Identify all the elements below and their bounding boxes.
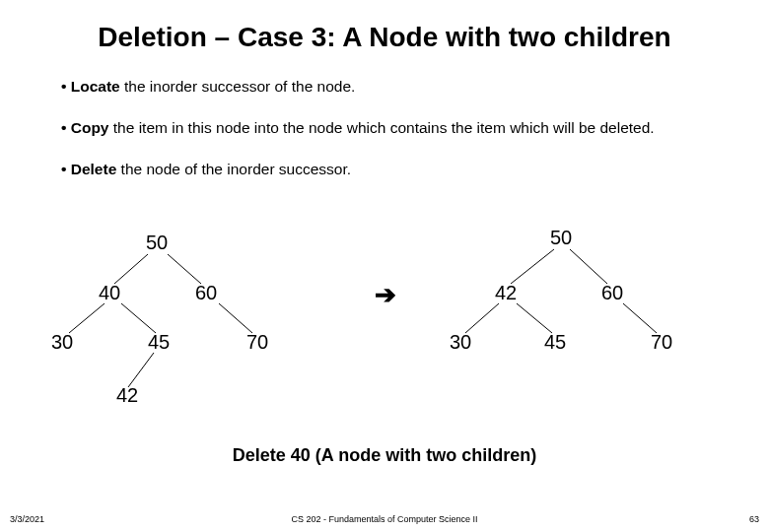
bullet-1-strong: Locate [71, 78, 120, 95]
left-node-70: 70 [246, 331, 268, 354]
bullet-list: • Locate the inorder successor of the no… [61, 77, 732, 201]
svg-line-6 [511, 249, 554, 284]
arrow-icon: ➔ [375, 280, 396, 310]
svg-line-0 [114, 254, 148, 284]
right-node-45: 45 [544, 331, 566, 354]
left-node-40: 40 [99, 282, 120, 304]
bullet-2: • Copy the item in this node into the no… [61, 118, 732, 138]
left-node-50: 50 [146, 232, 168, 254]
svg-line-10 [623, 303, 657, 333]
svg-line-9 [517, 303, 552, 333]
footer-course: CS 202 - Fundamentals of Computer Scienc… [0, 514, 769, 524]
svg-line-4 [219, 303, 252, 333]
left-node-45: 45 [148, 331, 170, 354]
slide: Deletion – Case 3: A Node with two child… [0, 0, 769, 532]
svg-line-5 [128, 353, 154, 387]
bullet-3-text: the node of the inorder successor. [116, 161, 351, 177]
bullet-1-text: the inorder successor of the node. [120, 78, 356, 95]
right-node-50: 50 [550, 227, 572, 249]
bullet-3: • Delete the node of the inorder success… [61, 160, 732, 179]
svg-line-2 [69, 303, 105, 333]
right-node-70: 70 [651, 331, 672, 354]
right-node-30: 30 [450, 331, 471, 354]
svg-line-1 [168, 254, 201, 284]
right-node-60: 60 [601, 282, 623, 304]
footer-page-number: 63 [749, 514, 759, 524]
left-node-30: 30 [51, 331, 73, 354]
right-node-42: 42 [495, 282, 517, 304]
svg-line-7 [570, 249, 607, 284]
bullet-1: • Locate the inorder successor of the no… [61, 77, 732, 97]
bullet-2-text: the item in this node into the node whic… [108, 119, 654, 136]
bullet-2-strong: Copy [71, 119, 109, 136]
delete-caption: Delete 40 (A node with two children) [0, 445, 769, 466]
left-node-42: 42 [116, 384, 138, 407]
left-node-60: 60 [195, 282, 217, 304]
svg-line-8 [465, 303, 499, 333]
page-title: Deletion – Case 3: A Node with two child… [0, 22, 769, 53]
bullet-3-strong: Delete [71, 161, 117, 177]
svg-line-3 [121, 303, 156, 333]
